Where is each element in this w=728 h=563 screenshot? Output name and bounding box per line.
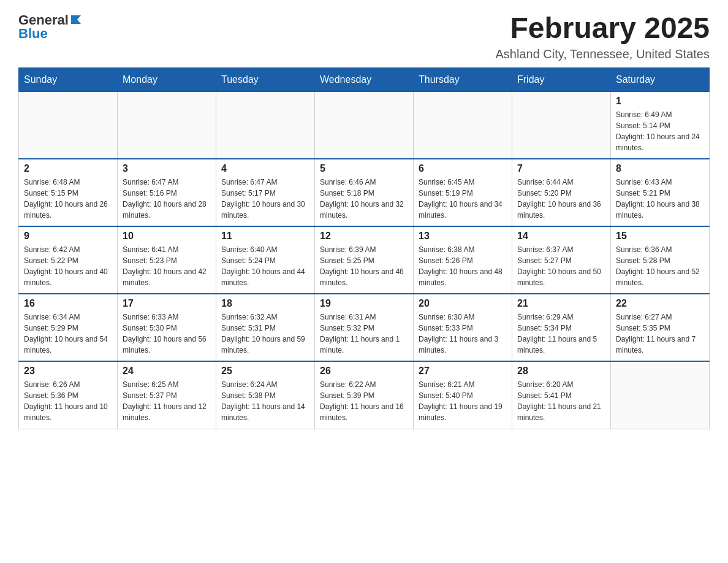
day-number: 14 [517,231,605,242]
calendar-cell: 14Sunrise: 6:37 AM Sunset: 5:27 PM Dayli… [512,226,611,294]
day-info: Sunrise: 6:25 AM Sunset: 5:37 PM Dayligh… [123,379,211,423]
calendar-cell: 3Sunrise: 6:47 AM Sunset: 5:16 PM Daylig… [118,159,216,226]
calendar-cell: 16Sunrise: 6:34 AM Sunset: 5:29 PM Dayli… [19,294,118,361]
day-info: Sunrise: 6:36 AM Sunset: 5:28 PM Dayligh… [616,244,704,288]
page-header: General Blue February 2025 Ashland City,… [18,12,710,61]
calendar-cell [118,91,216,159]
calendar-cell: 10Sunrise: 6:41 AM Sunset: 5:23 PM Dayli… [118,226,216,294]
calendar-cell: 8Sunrise: 6:43 AM Sunset: 5:21 PM Daylig… [611,159,710,226]
calendar-cell: 25Sunrise: 6:24 AM Sunset: 5:38 PM Dayli… [216,361,315,429]
day-number: 13 [419,231,507,242]
calendar-week-row: 2Sunrise: 6:48 AM Sunset: 5:15 PM Daylig… [19,159,710,226]
calendar-cell: 26Sunrise: 6:22 AM Sunset: 5:39 PM Dayli… [315,361,414,429]
calendar-cell [414,91,512,159]
day-info: Sunrise: 6:39 AM Sunset: 5:25 PM Dayligh… [320,244,408,288]
day-number: 4 [221,163,309,174]
calendar-cell [216,91,315,159]
day-info: Sunrise: 6:32 AM Sunset: 5:31 PM Dayligh… [221,312,309,356]
weekday-header-wednesday: Wednesday [315,67,414,91]
calendar-cell: 22Sunrise: 6:27 AM Sunset: 5:35 PM Dayli… [611,294,710,361]
day-info: Sunrise: 6:45 AM Sunset: 5:19 PM Dayligh… [419,177,507,221]
day-info: Sunrise: 6:47 AM Sunset: 5:17 PM Dayligh… [221,177,309,221]
calendar-cell [611,361,710,429]
calendar-cell: 13Sunrise: 6:38 AM Sunset: 5:26 PM Dayli… [414,226,512,294]
day-info: Sunrise: 6:47 AM Sunset: 5:16 PM Dayligh… [123,177,211,221]
calendar-table: SundayMondayTuesdayWednesdayThursdayFrid… [18,67,710,429]
calendar-cell: 2Sunrise: 6:48 AM Sunset: 5:15 PM Daylig… [19,159,118,226]
day-info: Sunrise: 6:29 AM Sunset: 5:34 PM Dayligh… [517,312,605,356]
calendar-cell [512,91,611,159]
logo: General Blue [18,12,83,42]
day-info: Sunrise: 6:40 AM Sunset: 5:24 PM Dayligh… [221,244,309,288]
day-info: Sunrise: 6:48 AM Sunset: 5:15 PM Dayligh… [24,177,112,221]
day-number: 16 [24,298,112,309]
day-number: 28 [517,366,605,377]
day-number: 21 [517,298,605,309]
calendar-week-row: 1Sunrise: 6:49 AM Sunset: 5:14 PM Daylig… [19,91,710,159]
day-number: 8 [616,163,704,174]
calendar-cell: 21Sunrise: 6:29 AM Sunset: 5:34 PM Dayli… [512,294,611,361]
day-number: 10 [123,231,211,242]
calendar-week-row: 9Sunrise: 6:42 AM Sunset: 5:22 PM Daylig… [19,226,710,294]
logo-flag-icon [70,13,83,26]
day-number: 3 [123,163,211,174]
weekday-header-row: SundayMondayTuesdayWednesdayThursdayFrid… [19,67,710,91]
calendar-cell: 17Sunrise: 6:33 AM Sunset: 5:30 PM Dayli… [118,294,216,361]
day-info: Sunrise: 6:37 AM Sunset: 5:27 PM Dayligh… [517,244,605,288]
weekday-header-friday: Friday [512,67,611,91]
calendar-cell: 11Sunrise: 6:40 AM Sunset: 5:24 PM Dayli… [216,226,315,294]
day-info: Sunrise: 6:41 AM Sunset: 5:23 PM Dayligh… [123,244,211,288]
calendar-cell: 23Sunrise: 6:26 AM Sunset: 5:36 PM Dayli… [19,361,118,429]
calendar-cell: 4Sunrise: 6:47 AM Sunset: 5:17 PM Daylig… [216,159,315,226]
day-info: Sunrise: 6:49 AM Sunset: 5:14 PM Dayligh… [616,109,704,153]
location-title: Ashland City, Tennessee, United States [496,47,710,61]
day-info: Sunrise: 6:43 AM Sunset: 5:21 PM Dayligh… [616,177,704,221]
calendar-cell: 19Sunrise: 6:31 AM Sunset: 5:32 PM Dayli… [315,294,414,361]
day-info: Sunrise: 6:33 AM Sunset: 5:30 PM Dayligh… [123,312,211,356]
calendar-week-row: 23Sunrise: 6:26 AM Sunset: 5:36 PM Dayli… [19,361,710,429]
calendar-cell [19,91,118,159]
calendar-cell: 28Sunrise: 6:20 AM Sunset: 5:41 PM Dayli… [512,361,611,429]
logo-blue-text: Blue [18,26,48,42]
calendar-week-row: 16Sunrise: 6:34 AM Sunset: 5:29 PM Dayli… [19,294,710,361]
day-number: 26 [320,366,408,377]
day-info: Sunrise: 6:24 AM Sunset: 5:38 PM Dayligh… [221,379,309,423]
day-number: 20 [419,298,507,309]
day-info: Sunrise: 6:20 AM Sunset: 5:41 PM Dayligh… [517,379,605,423]
calendar-cell: 20Sunrise: 6:30 AM Sunset: 5:33 PM Dayli… [414,294,512,361]
calendar-cell: 6Sunrise: 6:45 AM Sunset: 5:19 PM Daylig… [414,159,512,226]
day-number: 12 [320,231,408,242]
day-number: 25 [221,366,309,377]
day-info: Sunrise: 6:30 AM Sunset: 5:33 PM Dayligh… [419,312,507,356]
svg-marker-0 [71,15,81,24]
month-title: February 2025 [496,12,710,45]
day-number: 18 [221,298,309,309]
day-info: Sunrise: 6:21 AM Sunset: 5:40 PM Dayligh… [419,379,507,423]
weekday-header-saturday: Saturday [611,67,710,91]
calendar-cell: 9Sunrise: 6:42 AM Sunset: 5:22 PM Daylig… [19,226,118,294]
title-block: February 2025 Ashland City, Tennessee, U… [496,12,710,61]
calendar-cell: 1Sunrise: 6:49 AM Sunset: 5:14 PM Daylig… [611,91,710,159]
day-number: 11 [221,231,309,242]
day-info: Sunrise: 6:22 AM Sunset: 5:39 PM Dayligh… [320,379,408,423]
calendar-cell: 27Sunrise: 6:21 AM Sunset: 5:40 PM Dayli… [414,361,512,429]
day-info: Sunrise: 6:31 AM Sunset: 5:32 PM Dayligh… [320,312,408,356]
calendar-cell: 24Sunrise: 6:25 AM Sunset: 5:37 PM Dayli… [118,361,216,429]
day-number: 7 [517,163,605,174]
day-number: 15 [616,231,704,242]
day-info: Sunrise: 6:26 AM Sunset: 5:36 PM Dayligh… [24,379,112,423]
calendar-cell: 12Sunrise: 6:39 AM Sunset: 5:25 PM Dayli… [315,226,414,294]
day-info: Sunrise: 6:38 AM Sunset: 5:26 PM Dayligh… [419,244,507,288]
day-info: Sunrise: 6:42 AM Sunset: 5:22 PM Dayligh… [24,244,112,288]
day-info: Sunrise: 6:44 AM Sunset: 5:20 PM Dayligh… [517,177,605,221]
day-number: 5 [320,163,408,174]
day-info: Sunrise: 6:34 AM Sunset: 5:29 PM Dayligh… [24,312,112,356]
calendar-cell: 18Sunrise: 6:32 AM Sunset: 5:31 PM Dayli… [216,294,315,361]
day-info: Sunrise: 6:27 AM Sunset: 5:35 PM Dayligh… [616,312,704,356]
weekday-header-tuesday: Tuesday [216,67,315,91]
day-number: 22 [616,298,704,309]
weekday-header-sunday: Sunday [19,67,118,91]
calendar-cell: 5Sunrise: 6:46 AM Sunset: 5:18 PM Daylig… [315,159,414,226]
day-number: 19 [320,298,408,309]
day-number: 2 [24,163,112,174]
